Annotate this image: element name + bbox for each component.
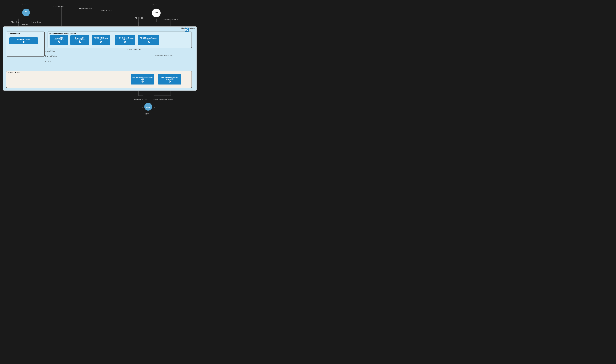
invoice-event-label: Invoice Event [31, 21, 40, 23]
remittance-820-edi-label: Remittance 820 EDI [163, 19, 177, 20]
supplier-sap-circle: SAP S/4HANA [22, 9, 30, 16]
po-820-receive-flow-button[interactable]: PO 820 Recieve Message Flow M [138, 35, 159, 45]
sap-event-listener-button[interactable]: SAP Event Listener M [9, 37, 38, 44]
po-ack-label: PO ACK [45, 61, 51, 62]
invoice-notice-label: Invoice Notice [45, 50, 55, 52]
shipment-856-flow-button[interactable]: Shipment 856 Message Flow M [70, 35, 89, 45]
shipment-856-edi-label: Shipment 856 EDI [79, 8, 92, 10]
buyer-label: Buyer [153, 4, 157, 6]
po-ack-855-edi-label: PO ACK 855 EDI [101, 10, 113, 12]
system-api-layer-box: System API layer SAP S/4HANA Orders Syst… [6, 71, 192, 88]
po-ack-event-label: PO Ack Event [11, 21, 20, 23]
svg-rect-36 [187, 29, 188, 31]
supplier-bottom-sap-circle: SAP S/4HANA [144, 103, 152, 111]
create-order-sap-label: Create Order (SAP) [134, 99, 148, 100]
mulesoft-platform-box: MuleSoft Platform M Integration Layer SA… [3, 26, 197, 91]
create-payment-sap-label: Create Payment Info (SAP) [154, 99, 173, 100]
ship-event-label: Ship Event [20, 24, 28, 25]
integration-layer-box: Integration Layer SAP Event Listener M [6, 32, 45, 56]
invoice-810-edi-label: Invoice 810 EDI [53, 6, 64, 8]
po-850-receive-flow-button[interactable]: PO 850 Recieve Message Flow M [115, 35, 135, 45]
shipment-notif-label: Shipment Notifca [45, 55, 57, 57]
supplier-bottom-label: Supplier [144, 113, 149, 115]
po-850-edi-label: PO 850 EDI [135, 17, 143, 19]
integration-layer-label: Integration Layer [8, 33, 20, 34]
anypoint-label: Anypoint Partner Manager (Supplier) [49, 33, 76, 34]
svg-text:M: M [185, 29, 187, 31]
sap-payments-api-button[interactable]: SAP S/4HANA Payments System API M [158, 74, 181, 85]
buyer-erp-circle: ERP [152, 9, 161, 17]
diagram-container: Supplier SAP S/4HANA PO Ack Event Ship E… [0, 0, 200, 121]
invoice-810-flow-button[interactable]: Invoice 810 Message Flow M [50, 35, 68, 45]
supplier-label: Supplier [22, 4, 28, 6]
anypoint-partner-manager-box: Anypoint Partner Manager (Supplier) Invo… [48, 32, 192, 48]
remittance-notif-label: Remittance Notifce (CIM) [155, 54, 173, 56]
po-ack-855-flow-button[interactable]: PO ACK 855 Message Flow M [92, 35, 110, 45]
system-api-label: System API layer [8, 72, 20, 74]
sap-orders-api-button[interactable]: SAP S/4HANA Orders System API M [131, 74, 154, 85]
create-order-cim-label: Create Order (CIM) [128, 49, 141, 50]
